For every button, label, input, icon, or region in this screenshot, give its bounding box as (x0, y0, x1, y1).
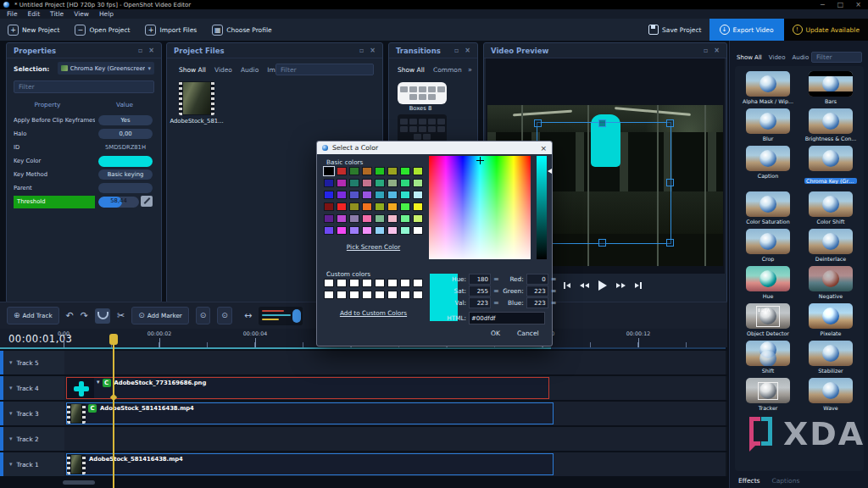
basic-color-swatch[interactable] (362, 202, 372, 211)
transform-handle[interactable] (666, 119, 674, 127)
val-field[interactable]: 223 (469, 297, 491, 308)
timeline-zoom-widget[interactable] (259, 307, 303, 325)
basic-color-swatch[interactable] (349, 214, 359, 223)
redo-icon[interactable]: ↷ (81, 311, 88, 320)
effect-item[interactable]: Pixelate (804, 303, 857, 336)
basic-color-swatch[interactable] (324, 179, 334, 187)
red-field[interactable]: 0 (526, 274, 548, 285)
transform-handle[interactable] (534, 119, 542, 127)
selection-dropdown[interactable]: Chroma Key (Greenscreen) ▾ (58, 62, 154, 75)
value-slider-arrow[interactable] (548, 169, 552, 174)
basic-color-swatch[interactable] (375, 226, 385, 235)
basic-color-swatch[interactable] (337, 179, 347, 187)
effect-item[interactable]: Negative (804, 266, 857, 299)
next-marker-button[interactable]: ⊙ (217, 307, 232, 324)
menu-file[interactable]: File (7, 10, 18, 18)
custom-color-swatch[interactable] (337, 291, 347, 299)
tab-show-all[interactable]: Show All (179, 66, 206, 74)
timeline-clip[interactable]: C AdobeStock_581416438.mp4 (66, 402, 554, 424)
basic-color-swatch[interactable] (413, 226, 423, 235)
zoom-handle[interactable] (292, 309, 301, 323)
new-project-button[interactable]: + New Project (0, 19, 67, 41)
tab-audio[interactable]: Audio (792, 54, 809, 61)
minimize-button[interactable]: − (820, 1, 826, 8)
close-panel-icon[interactable]: × (465, 47, 470, 54)
float-panel-icon[interactable]: ▫ (454, 47, 459, 54)
basic-color-swatch[interactable] (337, 226, 347, 235)
tabs-overflow-icon[interactable]: » (468, 66, 472, 74)
hue-field[interactable]: 180 (469, 274, 491, 285)
custom-color-swatch[interactable] (400, 279, 410, 287)
import-files-button[interactable]: + Import Files (137, 19, 204, 41)
tab-video[interactable]: Video (769, 54, 786, 61)
custom-color-swatch[interactable] (400, 291, 410, 299)
previous-marker-button[interactable]: ⊙ (196, 307, 211, 324)
basic-color-swatch[interactable] (349, 191, 359, 199)
effect-item[interactable]: Tracker (742, 378, 794, 411)
basic-color-swatch[interactable] (413, 214, 423, 223)
pick-screen-color-button[interactable]: Pick Screen Color (324, 243, 423, 251)
threshold-slider[interactable]: 58,44 (98, 197, 139, 208)
basic-color-swatch[interactable] (413, 167, 423, 175)
basic-color-swatch[interactable] (387, 179, 398, 187)
add-marker-button[interactable]: ⊙ Add Marker (131, 307, 189, 324)
spinner-icon[interactable]: ≡ (493, 299, 499, 307)
transform-handle[interactable] (598, 239, 606, 247)
center-playhead-icon[interactable]: ↔ (244, 311, 252, 320)
effect-item-selected[interactable]: Chroma Key (Gre... (804, 146, 857, 187)
effect-item[interactable]: Wave (804, 378, 857, 411)
chevron-down-icon[interactable]: ▾ (97, 379, 100, 385)
transition-thumbnail[interactable] (398, 114, 447, 143)
custom-color-swatch[interactable] (324, 291, 334, 299)
transform-handle[interactable] (666, 179, 674, 186)
custom-color-swatch[interactable] (413, 279, 423, 287)
basic-color-swatch[interactable] (362, 179, 372, 187)
project-file-thumbnail[interactable] (179, 81, 214, 115)
basic-color-swatch[interactable] (400, 179, 410, 187)
menu-title[interactable]: Title (50, 10, 64, 18)
add-track-button[interactable]: ⊕ Add Track (7, 307, 59, 324)
jump-end-button[interactable] (635, 282, 642, 289)
basic-color-swatch[interactable] (400, 226, 410, 235)
custom-color-swatch[interactable] (413, 291, 423, 299)
tab-common[interactable]: Common (433, 66, 462, 74)
effect-item[interactable]: Bars (804, 71, 857, 104)
threshold-edit-button[interactable] (141, 196, 153, 207)
float-panel-icon[interactable]: ▫ (138, 47, 142, 54)
green-field[interactable]: 223 (526, 286, 548, 297)
close-panel-icon[interactable]: × (148, 47, 154, 54)
update-available-button[interactable]: ! Update Available (784, 19, 868, 41)
transition-boxes8-thumbnail[interactable] (398, 82, 447, 104)
basic-color-swatch[interactable] (324, 191, 334, 199)
track-header[interactable]: ▾Track 4 (3, 376, 64, 400)
custom-color-swatch[interactable] (349, 291, 359, 299)
custom-color-swatch[interactable] (362, 291, 372, 299)
basic-color-swatch[interactable] (387, 191, 398, 199)
effect-item[interactable]: Shift (742, 341, 794, 374)
menu-view[interactable]: View (74, 10, 89, 18)
hue-saturation-map[interactable] (429, 156, 531, 259)
basic-color-swatch[interactable] (387, 214, 398, 223)
playhead-handle[interactable] (109, 334, 118, 345)
transform-handle[interactable] (666, 239, 674, 247)
basic-color-swatch[interactable] (337, 191, 347, 199)
effect-item[interactable]: Color Shift (804, 191, 857, 225)
tab-audio[interactable]: Audio (241, 66, 259, 74)
basic-color-swatch[interactable] (413, 202, 423, 211)
basic-color-swatch[interactable] (387, 226, 398, 235)
undo-icon[interactable]: ↶ (66, 311, 74, 320)
basic-color-swatch[interactable] (387, 202, 398, 211)
property-value[interactable]: Yes (98, 115, 153, 125)
snap-toggle-button[interactable] (95, 308, 110, 324)
custom-color-swatch[interactable] (337, 279, 347, 287)
timeline-clip[interactable]: AdobeStock_581416438.mp4 (66, 453, 554, 475)
spinner-icon[interactable]: ≡ (493, 275, 499, 283)
basic-color-swatch[interactable] (375, 179, 385, 187)
track-lane[interactable] (64, 427, 726, 451)
basic-color-swatch[interactable] (349, 202, 359, 211)
basic-color-swatch[interactable] (337, 214, 347, 223)
value-slider[interactable] (537, 156, 547, 259)
basic-color-swatch[interactable] (324, 202, 334, 211)
play-button[interactable] (598, 280, 607, 291)
effect-item[interactable]: Color Saturation (742, 191, 794, 225)
